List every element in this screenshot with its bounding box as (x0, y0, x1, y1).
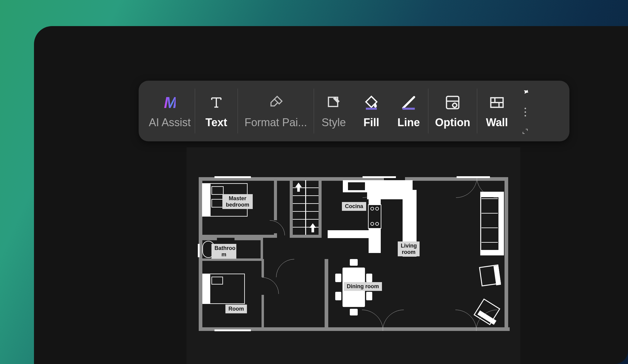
label-master-bedroom[interactable]: Master bedroom (222, 194, 253, 209)
style-icon (326, 93, 342, 112)
fill-button[interactable]: Fill (353, 86, 389, 136)
more-icon[interactable] (523, 106, 527, 118)
format-painter-icon (268, 93, 284, 112)
label-room[interactable]: Room (225, 305, 247, 313)
style-label: Style (322, 116, 346, 129)
fill-icon (363, 93, 380, 112)
app-window: M AI Assist Text Format Pai... (34, 26, 628, 364)
line-icon (400, 93, 417, 112)
text-label: Text (205, 116, 227, 129)
ai-assist-label: AI Assist (149, 116, 191, 129)
format-painter-label: Format Pai... (245, 116, 307, 129)
wall-label: Wall (486, 116, 508, 129)
floorplan: Master bedroom Bathroo m Room Cocina Din… (199, 177, 508, 335)
toolbar-tail (517, 86, 532, 136)
expand-icon[interactable] (522, 128, 528, 135)
text-icon (208, 93, 224, 112)
option-label: Option (435, 116, 470, 129)
ai-assist-button[interactable]: M AI Assist (145, 86, 195, 136)
line-label: Line (397, 116, 420, 129)
fill-label: Fill (363, 116, 379, 129)
floorplan-canvas[interactable]: Master bedroom Bathroo m Room Cocina Din… (187, 147, 520, 364)
svg-point-2 (453, 103, 457, 107)
wall-icon (489, 93, 505, 112)
pin-icon[interactable] (521, 87, 529, 96)
style-button[interactable]: Style (314, 86, 353, 136)
label-cocina[interactable]: Cocina (342, 202, 366, 211)
wall-button[interactable]: Wall (477, 86, 517, 136)
format-painter-button[interactable]: Format Pai... (238, 86, 314, 136)
label-bathroom[interactable]: Bathroo m (211, 244, 236, 259)
text-button[interactable]: Text (195, 86, 238, 136)
option-button[interactable]: Option (428, 86, 477, 136)
option-icon (444, 93, 461, 112)
label-living-room[interactable]: Living room (398, 241, 420, 256)
label-dining-room[interactable]: Dining room (344, 282, 382, 291)
line-button[interactable]: Line (389, 86, 428, 136)
ai-assist-icon: M (164, 93, 175, 112)
toolbar: M AI Assist Text Format Pai... (139, 81, 569, 141)
